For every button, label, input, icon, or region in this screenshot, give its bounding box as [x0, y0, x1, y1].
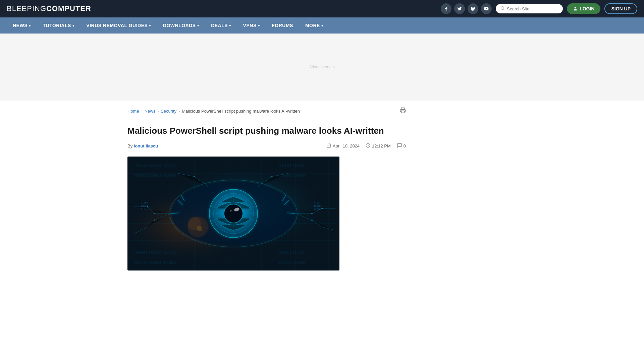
- svg-point-72: [271, 176, 272, 177]
- nav-more[interactable]: MORE ▾: [299, 17, 329, 34]
- sidebar: [416, 107, 517, 270]
- svg-point-52: [197, 226, 202, 231]
- svg-rect-4: [401, 111, 405, 113]
- article-date: April 10, 2024: [326, 143, 360, 149]
- main-content: Home › News › Security › Malicious Power…: [121, 101, 523, 270]
- site-header: BLEEPINGCOMPUTER LOGIN: [0, 0, 644, 17]
- svg-point-49: [230, 210, 232, 212]
- svg-point-3: [575, 7, 576, 9]
- svg-text:01101: 01101: [314, 201, 321, 204]
- social-icons: [441, 3, 492, 14]
- signup-button[interactable]: SIGN UP: [604, 3, 637, 14]
- nav-vpns[interactable]: VPNS ▾: [237, 17, 266, 34]
- nav-deals[interactable]: DEALS ▾: [205, 17, 237, 34]
- svg-point-68: [194, 176, 195, 177]
- breadcrumb-current: Malicious PowerShell script pushing malw…: [182, 109, 300, 114]
- breadcrumb-news[interactable]: News: [145, 109, 156, 114]
- svg-point-65: [154, 213, 155, 214]
- article-title: Malicious PowerShell script pushing malw…: [127, 125, 406, 137]
- svg-text:10010: 10010: [314, 205, 321, 207]
- calendar-icon: [326, 143, 331, 149]
- svg-text:01010110 10110010 01011010: 01010110 10110010 01011010: [134, 261, 176, 264]
- youtube-icon[interactable]: [481, 3, 492, 14]
- ad-banner: Advertisement: [0, 34, 644, 101]
- svg-text:11001010 00101101 10110100: 11001010 00101101 10110100: [134, 251, 176, 254]
- comment-icon: [397, 143, 402, 149]
- chevron-down-icon: ▾: [149, 24, 151, 27]
- svg-rect-5: [327, 144, 331, 147]
- article-meta: By Ionut Ilascu April 10, 2024 12:12 PM: [127, 143, 406, 149]
- nav-news[interactable]: NEWS ▾: [7, 17, 37, 34]
- breadcrumb-home[interactable]: Home: [127, 109, 139, 114]
- chevron-right-icon: ›: [141, 109, 143, 114]
- breadcrumb-security[interactable]: Security: [161, 109, 176, 114]
- svg-text:01101001 11010010 01101001: 01101001 11010010 01101001: [134, 174, 176, 177]
- chevron-right-icon: ›: [157, 109, 159, 114]
- svg-point-71: [311, 220, 313, 221]
- svg-point-66: [147, 206, 148, 207]
- search-input[interactable]: [507, 6, 558, 11]
- article-time: 12:12 PM: [366, 143, 391, 149]
- chevron-down-icon: ▾: [197, 24, 199, 27]
- svg-line-2: [503, 9, 504, 10]
- svg-point-70: [321, 208, 323, 209]
- chevron-down-icon: ▾: [229, 24, 231, 27]
- main-nav: NEWS ▾ TUTORIALS ▾ VIRUS REMOVAL GUIDES …: [0, 17, 644, 34]
- nav-tutorials[interactable]: TUTORIALS ▾: [37, 17, 80, 34]
- svg-text:01010110 10110010: 01010110 10110010: [278, 261, 306, 264]
- article-section: Home › News › Security › Malicious Power…: [127, 107, 406, 270]
- facebook-icon[interactable]: [441, 3, 451, 14]
- twitter-icon[interactable]: [454, 3, 465, 14]
- article-image: 10110100 01001011 10010110 01101001 1101…: [127, 157, 339, 270]
- svg-point-46: [225, 205, 242, 222]
- svg-point-67: [154, 220, 155, 221]
- nav-virus-removal[interactable]: VIRUS REMOVAL GUIDES ▾: [80, 17, 157, 34]
- article-comments[interactable]: 0: [397, 143, 406, 149]
- chevron-down-icon: ▾: [29, 24, 31, 27]
- search-icon: [500, 6, 505, 11]
- author-link[interactable]: Ionut Ilascu: [134, 143, 158, 148]
- mastodon-icon[interactable]: [468, 3, 478, 14]
- print-icon[interactable]: [400, 107, 406, 115]
- chevron-down-icon: ▾: [258, 24, 260, 27]
- chevron-down-icon: ▾: [321, 24, 323, 27]
- header-right: LOGIN SIGN UP: [441, 3, 637, 14]
- search-box[interactable]: [496, 4, 563, 13]
- svg-text:11001010 00101101: 11001010 00101101: [278, 251, 306, 254]
- clock-icon: [366, 143, 370, 149]
- svg-text:10110100 01001011 10010110: 10110100 01001011 10010110: [134, 164, 176, 167]
- chevron-right-icon: ›: [178, 109, 180, 114]
- breadcrumb: Home › News › Security › Malicious Power…: [127, 107, 406, 120]
- chevron-down-icon: ▾: [72, 24, 74, 27]
- site-logo[interactable]: BLEEPINGCOMPUTER: [7, 4, 91, 13]
- svg-text:10110100 01001011: 10110100 01001011: [278, 164, 306, 167]
- nav-forums[interactable]: FORUMS: [266, 17, 299, 34]
- nav-downloads[interactable]: DOWNLOADS ▾: [157, 17, 205, 34]
- svg-point-1: [501, 7, 504, 10]
- svg-text:01101: 01101: [141, 201, 148, 204]
- login-button[interactable]: LOGIN: [567, 3, 600, 14]
- svg-point-69: [311, 213, 313, 214]
